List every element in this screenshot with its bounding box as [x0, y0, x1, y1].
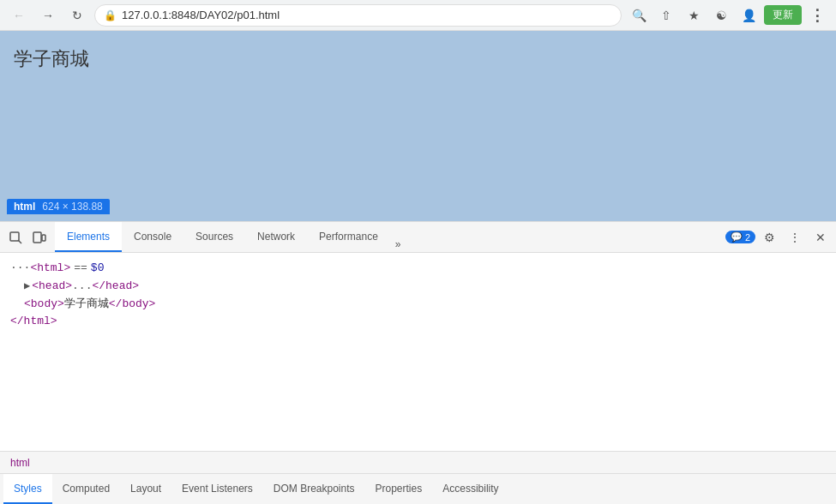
bottom-tab-computed[interactable]: Computed	[52, 474, 120, 504]
dom-body-open-tag: <body>	[24, 296, 64, 314]
tab-sources[interactable]: Sources	[183, 222, 245, 252]
profile-button[interactable]: 👤	[737, 3, 761, 27]
dom-close-tag-html: </html>	[10, 313, 57, 331]
close-devtools-button[interactable]: ✕	[809, 225, 833, 249]
expand-arrow-head[interactable]: ▶	[24, 279, 30, 295]
back-button[interactable]: ←	[7, 3, 31, 27]
tab-console[interactable]: Console	[122, 222, 183, 252]
dom-head-close-tag: </head>	[92, 278, 139, 296]
dom-line-close-html[interactable]: </html>	[10, 313, 826, 331]
dom-tree: ··· <html> == $0 ▶ <head> ... </head> <b…	[0, 253, 836, 451]
svg-line-1	[18, 240, 21, 243]
dom-dollar-zero: $0	[91, 260, 105, 278]
address-bar[interactable]: 🔒 127.0.0.1:8848/DAY02/p01.html	[94, 4, 622, 27]
bottom-tab-accessibility[interactable]: Accessibility	[432, 474, 508, 504]
devtools-panel: Elements Console Sources Network Perform…	[0, 221, 836, 504]
browser-actions: 🔍 ⇧ ★ ☯ 👤 更新 ⋮	[627, 3, 829, 27]
dom-line-html[interactable]: ··· <html> == $0	[10, 260, 826, 278]
url-text: 127.0.0.1:8848/DAY02/p01.html	[122, 9, 280, 21]
dom-dots: ···	[10, 260, 30, 278]
dom-open-tag-html: <html>	[30, 260, 70, 278]
devtools-breadcrumb: html	[0, 451, 836, 473]
share-button[interactable]: ⇧	[654, 3, 678, 27]
devtools-toolbar: Elements Console Sources Network Perform…	[0, 222, 836, 253]
bottom-tab-properties[interactable]: Properties	[365, 474, 433, 504]
svg-rect-0	[10, 232, 19, 241]
bottom-tab-event-listeners[interactable]: Event Listeners	[171, 474, 263, 504]
dom-head-ellipsis: ...	[72, 278, 92, 296]
badge-tag: html	[14, 201, 35, 213]
notification-badge[interactable]: 💬 2	[725, 231, 755, 243]
svg-rect-2	[33, 232, 41, 243]
bookmark-button[interactable]: ★	[682, 3, 706, 27]
device-toggle-button[interactable]	[27, 225, 51, 249]
more-button[interactable]: ⋮	[805, 3, 829, 27]
lock-icon: 🔒	[104, 9, 117, 21]
dom-equals-sign: ==	[74, 260, 87, 278]
breadcrumb-html[interactable]: html	[10, 457, 30, 469]
tab-performance[interactable]: Performance	[307, 222, 390, 252]
badge-count: 2	[745, 232, 750, 243]
devtools-tabs: Elements Console Sources Network Perform…	[55, 222, 725, 252]
more-tabs-button[interactable]: »	[390, 237, 406, 252]
devtools-bottom-tabs: Styles Computed Layout Event Listeners D…	[0, 473, 836, 504]
chat-icon: 💬	[731, 231, 743, 243]
page-content: 学子商城 html 624 × 138.88	[0, 31, 836, 221]
bottom-tab-dom-breakpoints[interactable]: DOM Breakpoints	[263, 474, 365, 504]
forward-button[interactable]: →	[36, 3, 60, 27]
reload-button[interactable]: ↻	[65, 3, 89, 27]
dom-head-tag: <head>	[32, 278, 72, 296]
dom-line-head[interactable]: ▶ <head> ... </head>	[10, 278, 826, 296]
dom-body-text: 学子商城	[64, 296, 109, 314]
browser-toolbar: ← → ↻ 🔒 127.0.0.1:8848/DAY02/p01.html 🔍 …	[0, 0, 836, 31]
bottom-tab-styles[interactable]: Styles	[3, 474, 52, 504]
dom-line-body[interactable]: <body> 学子商城 </body>	[10, 296, 826, 314]
tab-elements[interactable]: Elements	[55, 222, 122, 252]
page-title: 学子商城	[0, 31, 836, 87]
devtools-right-actions: 💬 2 ⚙ ⋮ ✕	[725, 225, 833, 249]
element-badge: html 624 × 138.88	[7, 199, 110, 214]
extension-button[interactable]: ☯	[709, 3, 733, 27]
dom-body-close-tag: </body>	[109, 296, 156, 314]
inspect-button[interactable]	[3, 225, 27, 249]
search-button[interactable]: 🔍	[627, 3, 651, 27]
devtools-more-button[interactable]: ⋮	[783, 225, 807, 249]
update-button[interactable]: 更新	[764, 5, 802, 25]
badge-size: 624 × 138.88	[42, 201, 102, 213]
tab-network[interactable]: Network	[245, 222, 307, 252]
svg-rect-3	[42, 235, 45, 241]
bottom-tab-layout[interactable]: Layout	[120, 474, 171, 504]
settings-button[interactable]: ⚙	[757, 225, 781, 249]
